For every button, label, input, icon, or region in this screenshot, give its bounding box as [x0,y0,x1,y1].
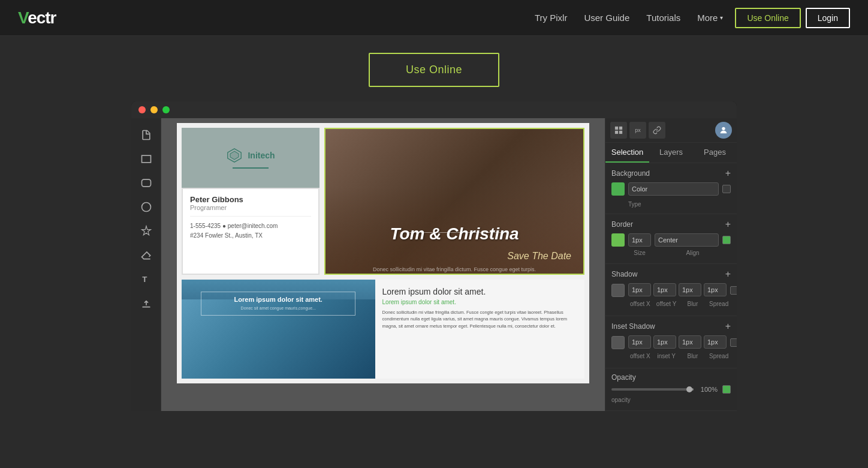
surf-image: Lorem ipsum dolor sit amet. Donec sit am… [182,280,375,379]
shadow-blur-group [679,283,701,296]
eraser-tool-icon[interactable] [135,244,157,266]
svg-rect-1 [141,179,150,187]
tab-layers[interactable]: Layers [649,143,693,163]
logo: Vectr [18,8,56,28]
shadow-row [611,283,731,298]
inset-offset-y-label: inset Y [655,353,679,359]
nav-user-guide[interactable]: User Guide [584,13,629,23]
svg-text:T: T [142,275,147,284]
text-tool-icon[interactable]: T [135,268,157,290]
border-align-select[interactable]: Center [655,233,719,247]
inset-shadow-color-swatch[interactable] [611,336,625,349]
background-type-label: Type [628,201,641,208]
inset-blur-label: Blur [681,353,705,359]
surf-right-subtitle: Lorem ipsum dolor sit amet. [382,299,577,305]
pen-tool-icon[interactable] [135,220,157,242]
background-row: Color [611,182,731,196]
shadow-labels: offset X offset Y Blur Spread [611,300,731,308]
shadow-blur-label: Blur [681,301,705,307]
card-person-name: Peter Gibbons [190,195,311,204]
document-tool-icon[interactable] [135,124,157,146]
hero-use-online-button[interactable]: Use Online [369,53,499,87]
shadow-blur-input[interactable] [679,283,701,296]
shadow-section-header: Shadow + [611,269,731,280]
border-add-button[interactable]: + [725,219,731,230]
border-color-swatch[interactable] [611,233,625,247]
panel-link-button[interactable] [649,122,665,139]
circle-tool-icon[interactable] [135,196,157,218]
shadow-checkbox[interactable] [730,286,737,295]
inset-shadow-section-header: Inset Shadow + [611,321,731,332]
shadow-section: Shadow + [605,264,737,316]
tab-pages[interactable]: Pages [693,143,737,163]
opacity-slider-thumb[interactable] [686,386,692,392]
opacity-section-title: Opacity [611,373,636,382]
inset-offset-y-input[interactable] [653,335,676,349]
surf-headline: Lorem ipsum dolor sit amet. [206,296,350,303]
tab-selection[interactable]: Selection [605,143,649,163]
inset-spread-group [704,335,727,349]
inset-shadow-add-button[interactable]: + [725,321,731,332]
inset-spread-label: Spread [707,353,731,359]
background-color-select[interactable]: Color [628,182,719,196]
chevron-down-icon: ▾ [720,14,723,21]
opacity-row: 100% [611,385,731,394]
border-checkbox[interactable] [722,236,731,244]
nav-links: Try Pixlr User Guide Tutorials More ▾ [535,13,723,23]
shadow-add-button[interactable]: + [725,269,731,280]
panel-grid-button[interactable] [610,122,627,139]
inset-offset-x-input[interactable] [628,335,651,349]
svg-rect-8 [615,131,618,134]
business-card[interactable]: Initech Peter Gibbons Programmer 1-555-4… [182,128,320,275]
card-contact-info: 1-555-4235 ● peter@initech.com #234 Fowl… [190,221,311,241]
opacity-slider[interactable] [611,388,694,391]
nav-try-pixlr[interactable]: Try Pixlr [535,13,567,23]
initech-name: Initech [248,151,275,160]
border-align-label: Align [655,250,731,256]
rectangle-tool-icon[interactable] [135,148,157,170]
inset-blur-input[interactable] [679,335,701,349]
rounded-rect-tool-icon[interactable] [135,172,157,194]
right-panel: px Selection [605,118,737,411]
inset-blur-group [679,335,701,349]
border-section-title: Border [611,220,633,229]
surf-right-title: Lorem ipsum dolor sit amet. [382,287,577,296]
background-checkbox[interactable] [722,185,731,193]
wedding-subtitle: Save The Date [507,251,571,262]
upload-tool-icon[interactable] [135,292,157,314]
wedding-title: Tom & Christina [326,224,583,244]
wedding-card[interactable]: Tom & Christina Save The Date Donec soll… [324,128,584,275]
inset-shadow-row [611,335,731,350]
background-section: Background + Color Type [605,163,737,214]
shadow-offset-x-input[interactable] [628,283,651,296]
inset-spread-input[interactable] [704,335,727,349]
shadow-offset-y-input[interactable] [653,283,676,296]
opacity-section-header: Opacity [611,373,731,382]
svg-rect-0 [141,155,150,163]
nav-tutorials[interactable]: Tutorials [646,13,680,23]
inset-shadow-checkbox[interactable] [730,338,737,347]
window-close-dot[interactable] [138,106,146,113]
canvas-area[interactable]: Initech Peter Gibbons Programmer 1-555-4… [161,118,605,411]
background-add-button[interactable]: + [725,168,731,179]
logo-text: Vectr [18,8,56,27]
border-size-label: Size [628,250,651,256]
border-labels-row: Size Align [611,249,731,256]
login-button[interactable]: Login [806,8,850,28]
background-color-swatch[interactable] [611,182,625,196]
border-section-header: Border + [611,219,731,230]
window-maximize-dot[interactable] [162,106,170,113]
panel-tabs: Selection Layers Pages [605,143,737,163]
nav-more[interactable]: More ▾ [697,13,723,23]
panel-px-button[interactable]: px [629,122,646,139]
shadow-color-swatch[interactable] [611,284,625,297]
inset-labels: offset X inset Y Blur Spread [611,352,731,361]
initech-logo: Initech [226,147,275,164]
border-size-input[interactable] [628,233,651,247]
shadow-spread-input[interactable] [704,283,727,296]
opacity-checkbox[interactable] [722,385,731,394]
editor-window: T [131,101,737,411]
background-section-header: Background + [611,168,731,179]
window-minimize-dot[interactable] [150,106,158,113]
use-online-button[interactable]: Use Online [735,8,800,28]
